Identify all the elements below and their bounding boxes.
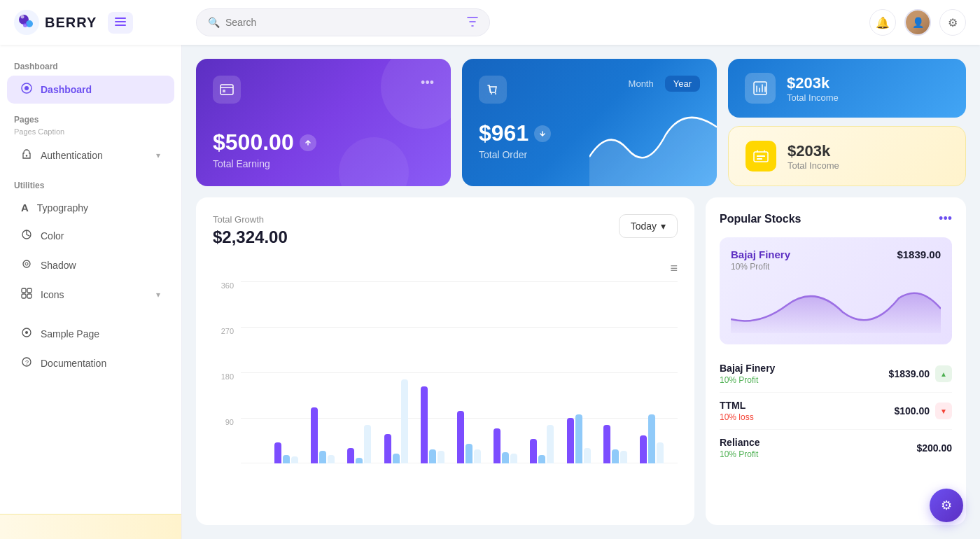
sidebar-item-icons[interactable]: Icons ▾ [7,281,174,309]
sidebar-item-typography-label: Typography [37,202,88,214]
sidebar-item-documentation[interactable]: ? Documentation [7,349,174,377]
avatar-inner: 👤 [906,10,930,34]
search-input[interactable] [225,17,461,28]
month-tab[interactable]: Month [620,76,662,92]
bar-purple-8 [530,439,537,463]
bar-purple-10 [603,425,610,463]
chart-bars-area [269,281,678,463]
sidebar-pages-caption: Pages Caption [0,127,181,140]
search-bar: 🔍 [196,8,490,36]
bar-blue-3 [356,458,363,463]
bar-sky-2 [328,455,335,463]
total-earning-card: ••• $500.00 Total Earning [196,59,451,186]
y-axis-labels: 360 270 180 90 [213,281,238,463]
sidebar-item-sample-label: Sample Page [41,328,99,340]
gear-icon: ⚙ [948,16,958,29]
bar-sky-11 [657,442,664,463]
svg-point-24 [491,93,492,94]
stock-change-ttml: 10% loss [720,412,754,422]
stock-change-bajaj: 10% Profit [720,375,775,385]
svg-point-3 [23,23,27,27]
bar-purple-6 [457,411,464,463]
bar-blue-4 [393,454,400,463]
featured-stock-price: $1839.00 [897,248,941,260]
bar-purple-3 [347,448,354,463]
stock-price-ttml: $100.00 [894,405,930,416]
stock-price-reliance: $200.00 [916,442,952,454]
hamburger-button[interactable] [108,12,133,34]
stock-name-reliance: Reliance [720,437,760,448]
stock-price-bajaj: $1839.00 [889,368,930,379]
month-year-tabs: Month Year [620,76,700,92]
settings-button[interactable]: ⚙ [939,9,966,36]
wave-chart-area [589,97,717,186]
sidebar-item-sample-page[interactable]: Sample Page [7,320,174,348]
sidebar-item-shadow[interactable]: Shadow [7,251,174,279]
typography-icon: A [21,202,29,214]
search-icon: 🔍 [208,17,220,28]
bar-group-3 [347,425,379,463]
chevron-down-icon: ▾ [156,150,160,160]
sidebar-item-typography[interactable]: A Typography [7,195,174,220]
order-card-icon [479,76,507,104]
icons-icon [21,288,32,302]
bar-sky-10 [620,451,627,463]
earning-amount: $500.00 [213,130,434,155]
bar-blue-5 [429,449,436,463]
bar-group-9 [567,414,599,463]
bottom-row: Total Growth $2,324.00 Today ▾ ≡ 360 270 [196,197,966,525]
bar-chart: 360 270 180 90 [213,281,678,463]
stock-row-reliance: Reliance 10% Profit $200.00 [720,430,952,466]
stocks-menu-icon[interactable]: ••• [939,211,952,226]
logo-text: BERRY [45,15,97,31]
bar-sky-3 [364,425,371,463]
search-filter-button[interactable] [467,17,478,29]
notification-bell-button[interactable]: 🔔 [869,9,896,36]
sidebar-item-icons-label: Icons [41,289,64,300]
svg-rect-22 [220,85,233,94]
stocks-title: Popular Stocks [720,213,801,225]
svg-rect-17 [27,294,31,298]
sidebar-item-dashboard[interactable]: Dashboard [7,76,174,104]
bar-blue-7 [502,452,509,463]
sidebar-item-dashboard-label: Dashboard [41,84,92,95]
svg-point-13 [25,262,28,265]
stock-info-ttml: TTML 10% loss [720,400,754,422]
year-tab[interactable]: Year [665,76,700,92]
bar-purple-11 [640,435,647,463]
earning-card-menu[interactable]: ••• [421,76,434,90]
sidebar-item-authentication[interactable]: Authentication ▾ [7,141,174,169]
layout: Dashboard Dashboard Pages Pages Caption … [0,45,980,539]
bar-purple-7 [493,428,500,463]
avatar[interactable]: 👤 [904,9,931,36]
chart-menu-icon[interactable]: ≡ [213,261,678,276]
svg-text:?: ? [25,359,29,366]
featured-stock-name: Bajaj Finery [731,248,790,260]
sidebar-item-color[interactable]: Color [7,222,174,250]
stocks-header: Popular Stocks ••• [720,211,952,226]
bar-blue-9 [575,414,582,463]
income-yellow-info: $203k Total Income [788,142,839,171]
growth-header: Total Growth $2,324.00 Today ▾ [213,214,678,247]
fab-settings-button[interactable]: ⚙ [930,489,963,522]
svg-rect-5 [115,18,126,19]
stocks-card: Popular Stocks ••• Bajaj Finery 10% Prof… [706,197,966,525]
bar-group-6 [457,411,489,463]
bar-group-7 [493,428,526,463]
bell-icon: 🔔 [876,16,890,29]
bar-blue-11 [648,414,655,463]
svg-rect-7 [115,24,126,26]
trend-up-icon-bajaj: ▲ [935,365,952,382]
stock-name-bajaj: Bajaj Finery [720,363,775,374]
sidebar-item-auth-label: Authentication [41,150,103,161]
stock-right-bajaj: $1839.00 ▲ [889,365,952,382]
auth-icon [21,148,32,162]
svg-point-10 [26,155,27,156]
bar-purple-5 [421,386,428,463]
today-filter-button[interactable]: Today ▾ [619,214,678,238]
svg-point-12 [23,260,30,267]
svg-rect-29 [757,158,762,160]
svg-rect-23 [223,90,225,92]
docs-icon: ? [21,356,32,370]
dashboard-icon [21,83,32,97]
